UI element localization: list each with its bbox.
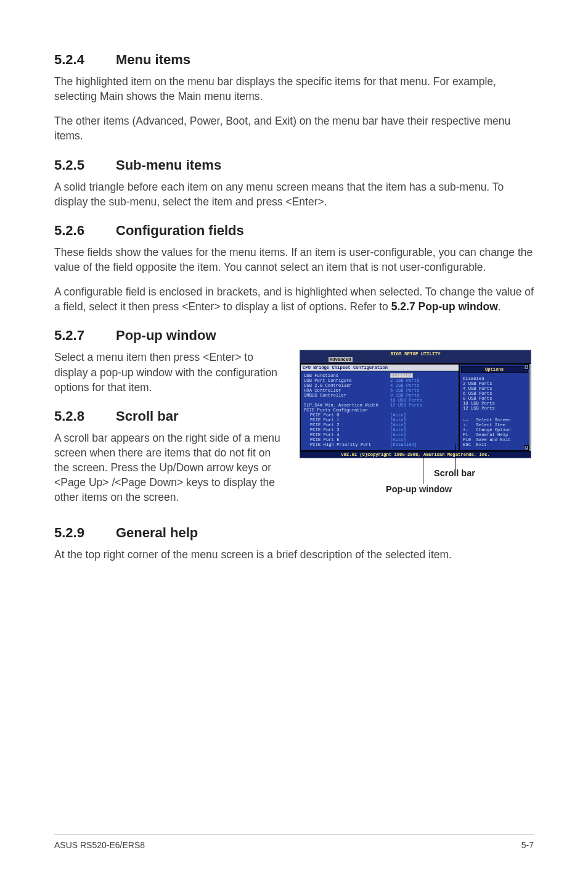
bios-help-row: +- Change Option bbox=[463, 427, 526, 432]
heading-5-2-5: 5.2.5 Sub-menu items bbox=[54, 157, 534, 173]
heading-5-2-9: 5.2.9 General help bbox=[54, 525, 534, 541]
bios-help-row: F10 Save and Exit bbox=[463, 437, 526, 442]
left-column: Select a menu item then press <Enter> to… bbox=[54, 350, 287, 511]
bios-screenshot: BIOS SETUP UTILITY Advanced CPU Bridge C… bbox=[300, 350, 531, 498]
bios-setting-value: [Auto] bbox=[390, 427, 406, 432]
bios-setting-value: [Auto] bbox=[390, 437, 406, 442]
bios-options-header: Options bbox=[461, 366, 528, 373]
bios-setting-value: 10 USB Ports bbox=[390, 398, 422, 403]
bios-setting-label: HDA Controller bbox=[304, 388, 390, 393]
bios-setting-row[interactable]: USB Port Configure2 USB Ports bbox=[304, 378, 455, 383]
bios-option-item[interactable]: 8 USB Ports bbox=[463, 396, 526, 401]
bios-setting-value: 12 USB Ports bbox=[390, 403, 422, 408]
heading-5-2-7: 5.2.7 Pop-up window bbox=[54, 328, 534, 344]
heading-title: Configuration fields bbox=[116, 223, 244, 239]
bios-right-panel: ▲ Options Disabled2 USB Ports4 USB Ports… bbox=[459, 364, 529, 451]
scroll-down-icon[interactable]: ▼ bbox=[524, 445, 529, 450]
bios-setting-row[interactable]: SMBUS Controller8 USB Ports bbox=[304, 393, 455, 398]
bios-panel-title: CPU Bridge Chipset Configuration bbox=[301, 365, 459, 371]
heading-5-2-8: 5.2.8 Scroll bar bbox=[54, 408, 287, 424]
heading-title: Sub-menu items bbox=[116, 157, 221, 173]
bios-option-item[interactable]: Disabled bbox=[463, 376, 526, 381]
paragraph: The other items (Advanced, Power, Boot, … bbox=[54, 113, 534, 143]
bios-setting-row[interactable]: PCIE Port 1[Auto] bbox=[304, 418, 455, 423]
paragraph: The highlighted item on the menu bar dis… bbox=[54, 74, 534, 104]
heading-5-2-4: 5.2.4 Menu items bbox=[54, 52, 534, 68]
bios-setting-row[interactable]: USB 2.0 Controller4 USB Ports bbox=[304, 383, 455, 388]
bios-setting-label: PCIE Port 1 bbox=[304, 418, 390, 423]
bios-help-row: ESC Exit bbox=[463, 442, 526, 447]
bios-option-item[interactable]: 4 USB Ports bbox=[463, 386, 526, 391]
bios-setting-label: PCIE Port 2 bbox=[304, 423, 390, 427]
bios-setting-row[interactable]: PCIE Port 3[Auto] bbox=[304, 427, 455, 432]
bios-setting-row[interactable]: USB FunctionsDisabled bbox=[304, 373, 455, 378]
bios-setting-row[interactable]: HDA Controller6 USB Ports bbox=[304, 388, 455, 393]
bios-option-item[interactable]: 10 USB Ports bbox=[463, 401, 526, 406]
heading-title: Scroll bar bbox=[116, 408, 178, 424]
bios-setting-value: [Auto] bbox=[390, 413, 406, 418]
callout-scrollbar: Scroll bar bbox=[434, 468, 475, 478]
callout-line bbox=[455, 444, 455, 469]
heading-title: Menu items bbox=[116, 52, 190, 68]
bios-help-row: ↑↓ Select Item bbox=[463, 423, 526, 427]
bios-option-item[interactable]: 2 USB Ports bbox=[463, 381, 526, 386]
bios-setting-value: 8 USB Ports bbox=[390, 393, 419, 398]
heading-number: 5.2.7 bbox=[54, 328, 116, 344]
bios-setting-label: SMBUS Controller bbox=[304, 393, 390, 398]
bios-setting-value: 2 USB Ports bbox=[390, 378, 419, 383]
bios-setting-row[interactable]: PCIE Port 2[Auto] bbox=[304, 423, 455, 427]
bios-setting-label: SLP_S4# Min. Assertion Width bbox=[304, 403, 390, 408]
bios-setting-value: [Disabled] bbox=[390, 442, 417, 447]
paragraph: A solid triangle before each item on any… bbox=[54, 179, 534, 209]
heading-number: 5.2.8 bbox=[54, 408, 116, 424]
bios-option-item[interactable]: 6 USB Ports bbox=[463, 391, 526, 396]
paragraph: A configurable field is enclosed in brac… bbox=[54, 284, 534, 314]
bios-setting-row[interactable]: PCIE High Priority Port[Disabled] bbox=[304, 442, 455, 447]
callout-popup: Pop-up window bbox=[386, 484, 452, 494]
bios-setting-value: [Auto] bbox=[390, 418, 406, 423]
bios-setting-label: PCIE Port 5 bbox=[304, 437, 390, 442]
heading-number: 5.2.5 bbox=[54, 157, 116, 173]
bios-setting-row[interactable]: PCIE Ports Configuration bbox=[304, 408, 455, 413]
bios-setting-row[interactable]: PCIE Port 0[Auto] bbox=[304, 413, 455, 418]
bios-option-item[interactable]: 12 USB Ports bbox=[463, 406, 526, 411]
bios-setting-label: USB 2.0 Controller bbox=[304, 383, 390, 388]
bios-setting-label bbox=[304, 398, 390, 403]
paragraph: At the top right corner of the menu scre… bbox=[54, 547, 534, 562]
bios-title: BIOS SETUP UTILITY bbox=[300, 350, 531, 357]
bios-setting-row[interactable]: PCIE Port 5[Auto] bbox=[304, 437, 455, 442]
scroll-up-icon[interactable]: ▲ bbox=[524, 365, 529, 369]
bios-setting-row[interactable]: PCIE Port 4[Auto] bbox=[304, 432, 455, 437]
callout-labels: Scroll bar Pop-up window bbox=[300, 458, 531, 498]
bios-settings-list: USB FunctionsDisabledUSB Port Configure2… bbox=[301, 371, 459, 450]
paragraph: These fields show the values for the men… bbox=[54, 245, 534, 274]
bios-help-row: ←→ Select Screen bbox=[463, 418, 526, 423]
bios-setting-label: PCIE Port 4 bbox=[304, 432, 390, 437]
footer-left: ASUS RS520-E6/ERS8 bbox=[54, 840, 145, 850]
bios-help-row: F1 General Help bbox=[463, 432, 526, 437]
bios-body: CPU Bridge Chipset Configuration USB Fun… bbox=[300, 363, 531, 451]
bios-left-panel: CPU Bridge Chipset Configuration USB Fun… bbox=[300, 364, 459, 451]
callout-line bbox=[423, 456, 423, 484]
bios-setting-row[interactable]: 10 USB Ports bbox=[304, 398, 455, 403]
two-column-layout: Select a menu item then press <Enter> to… bbox=[54, 350, 534, 511]
heading-number: 5.2.9 bbox=[54, 525, 116, 541]
page: 5.2.4 Menu items The highlighted item on… bbox=[0, 0, 588, 887]
heading-number: 5.2.6 bbox=[54, 223, 116, 239]
footer-right: 5-7 bbox=[521, 840, 534, 850]
page-content: 5.2.4 Menu items The highlighted item on… bbox=[54, 52, 534, 835]
bios-setting-value: 6 USB Ports bbox=[390, 388, 419, 393]
bios-setting-label: USB Functions bbox=[304, 373, 390, 378]
bios-setting-row[interactable]: SLP_S4# Min. Assertion Width12 USB Ports bbox=[304, 403, 455, 408]
bios-setting-label: PCIE Ports Configuration bbox=[304, 408, 390, 413]
bios-setting-label: PCIE Port 3 bbox=[304, 427, 390, 432]
heading-5-2-6: 5.2.6 Configuration fields bbox=[54, 223, 534, 239]
heading-title: General help bbox=[116, 525, 198, 541]
bios-setting-label: USB Port Configure bbox=[304, 378, 390, 383]
bios-setting-label: PCIE High Priority Port bbox=[304, 442, 390, 447]
bios-tab-advanced[interactable]: Advanced bbox=[329, 357, 353, 362]
paragraph-text: . bbox=[498, 300, 501, 313]
paragraph: Select a menu item then press <Enter> to… bbox=[54, 350, 287, 394]
right-column: BIOS SETUP UTILITY Advanced CPU Bridge C… bbox=[300, 350, 534, 511]
bios-setting-value: 4 USB Ports bbox=[390, 383, 419, 388]
